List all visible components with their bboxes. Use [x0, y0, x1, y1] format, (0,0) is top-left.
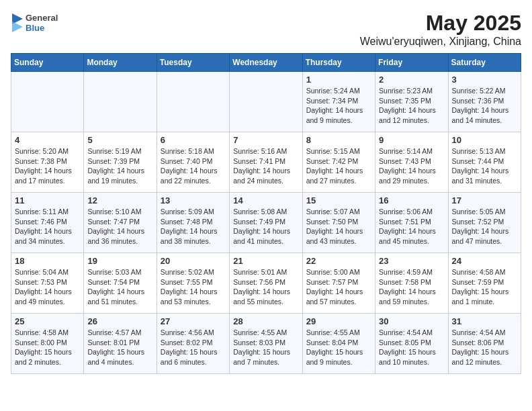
day-number: 29: [306, 316, 371, 326]
day-detail: Sunrise: 5:16 AM Sunset: 7:41 PM Dayligh…: [233, 146, 298, 186]
day-of-week-header: Saturday: [448, 54, 521, 72]
day-detail: Sunrise: 4:58 AM Sunset: 8:00 PM Dayligh…: [15, 328, 80, 367]
calendar-cell: 20Sunrise: 5:02 AM Sunset: 7:55 PM Dayli…: [157, 253, 229, 314]
day-detail: Sunrise: 5:05 AM Sunset: 7:52 PM Dayligh…: [452, 207, 517, 246]
day-number: 23: [379, 256, 444, 266]
day-of-week-header: Wednesday: [230, 54, 302, 72]
page-subtitle: Weiwu'eryuqiwen, Xinjiang, China: [360, 36, 521, 48]
logo: General Blue: [11, 11, 58, 35]
day-detail: Sunrise: 5:23 AM Sunset: 7:35 PM Dayligh…: [379, 86, 444, 126]
day-number: 14: [233, 195, 298, 205]
calendar-cell: 10Sunrise: 5:13 AM Sunset: 7:44 PM Dayli…: [448, 132, 521, 193]
calendar-table: SundayMondayTuesdayWednesdayThursdayFrid…: [11, 53, 521, 374]
calendar-cell: 29Sunrise: 4:55 AM Sunset: 8:04 PM Dayli…: [302, 314, 375, 374]
day-number: 8: [306, 135, 371, 145]
title-block: May 2025 Weiwu'eryuqiwen, Xinjiang, Chin…: [360, 11, 521, 48]
calendar-cell: 5Sunrise: 5:19 AM Sunset: 7:39 PM Daylig…: [84, 132, 157, 193]
calendar-cell: [84, 72, 157, 132]
day-detail: Sunrise: 5:09 AM Sunset: 7:48 PM Dayligh…: [161, 207, 226, 246]
day-number: 10: [452, 135, 517, 145]
day-detail: Sunrise: 5:13 AM Sunset: 7:44 PM Dayligh…: [452, 146, 517, 186]
day-number: 4: [15, 135, 80, 145]
day-number: 28: [233, 316, 298, 326]
calendar-cell: [157, 72, 229, 132]
calendar-cell: 19Sunrise: 5:03 AM Sunset: 7:54 PM Dayli…: [84, 253, 157, 314]
day-of-week-header: Thursday: [302, 54, 375, 72]
calendar-cell: 17Sunrise: 5:05 AM Sunset: 7:52 PM Dayli…: [448, 193, 521, 253]
day-of-week-header: Tuesday: [157, 54, 229, 72]
day-number: 19: [87, 256, 152, 266]
day-number: 11: [15, 195, 80, 205]
day-detail: Sunrise: 5:04 AM Sunset: 7:53 PM Dayligh…: [15, 267, 80, 307]
calendar-cell: 2Sunrise: 5:23 AM Sunset: 7:35 PM Daylig…: [375, 72, 448, 132]
calendar-cell: 28Sunrise: 4:55 AM Sunset: 8:03 PM Dayli…: [230, 314, 302, 374]
day-detail: Sunrise: 4:57 AM Sunset: 8:01 PM Dayligh…: [87, 328, 152, 367]
day-detail: Sunrise: 5:10 AM Sunset: 7:47 PM Dayligh…: [87, 207, 152, 246]
calendar-week-row: 25Sunrise: 4:58 AM Sunset: 8:00 PM Dayli…: [11, 314, 521, 374]
calendar-cell: 16Sunrise: 5:06 AM Sunset: 7:51 PM Dayli…: [375, 193, 448, 253]
day-number: 9: [379, 135, 444, 145]
calendar-cell: 13Sunrise: 5:09 AM Sunset: 7:48 PM Dayli…: [157, 193, 229, 253]
day-detail: Sunrise: 5:18 AM Sunset: 7:40 PM Dayligh…: [161, 146, 226, 186]
day-detail: Sunrise: 5:00 AM Sunset: 7:57 PM Dayligh…: [306, 267, 371, 307]
days-of-week-row: SundayMondayTuesdayWednesdayThursdayFrid…: [11, 54, 521, 72]
day-detail: Sunrise: 4:54 AM Sunset: 8:06 PM Dayligh…: [452, 328, 517, 367]
calendar-cell: 14Sunrise: 5:08 AM Sunset: 7:49 PM Dayli…: [230, 193, 302, 253]
calendar-cell: 21Sunrise: 5:01 AM Sunset: 7:56 PM Dayli…: [230, 253, 302, 314]
day-detail: Sunrise: 5:01 AM Sunset: 7:56 PM Dayligh…: [233, 267, 298, 307]
day-number: 7: [233, 135, 298, 145]
logo-general: General: [26, 13, 58, 23]
day-of-week-header: Monday: [84, 54, 157, 72]
calendar-cell: 6Sunrise: 5:18 AM Sunset: 7:40 PM Daylig…: [157, 132, 229, 193]
calendar-week-row: 1Sunrise: 5:24 AM Sunset: 7:34 PM Daylig…: [11, 72, 521, 132]
day-of-week-header: Friday: [375, 54, 448, 72]
day-detail: Sunrise: 5:14 AM Sunset: 7:43 PM Dayligh…: [379, 146, 444, 186]
day-detail: Sunrise: 5:11 AM Sunset: 7:46 PM Dayligh…: [15, 207, 80, 246]
day-detail: Sunrise: 4:58 AM Sunset: 7:59 PM Dayligh…: [452, 267, 517, 307]
day-detail: Sunrise: 4:54 AM Sunset: 8:05 PM Dayligh…: [379, 328, 444, 367]
calendar-cell: 7Sunrise: 5:16 AM Sunset: 7:41 PM Daylig…: [230, 132, 302, 193]
calendar-cell: 22Sunrise: 5:00 AM Sunset: 7:57 PM Dayli…: [302, 253, 375, 314]
day-number: 3: [452, 75, 517, 85]
calendar-cell: 3Sunrise: 5:22 AM Sunset: 7:36 PM Daylig…: [448, 72, 521, 132]
calendar-cell: 24Sunrise: 4:58 AM Sunset: 7:59 PM Dayli…: [448, 253, 521, 314]
page-header: General Blue May 2025 Weiwu'eryuqiwen, X…: [11, 11, 521, 48]
day-detail: Sunrise: 5:06 AM Sunset: 7:51 PM Dayligh…: [379, 207, 444, 246]
day-number: 12: [87, 195, 152, 205]
day-number: 15: [306, 195, 371, 205]
calendar-cell: 12Sunrise: 5:10 AM Sunset: 7:47 PM Dayli…: [84, 193, 157, 253]
day-number: 18: [15, 256, 80, 266]
calendar-body: 1Sunrise: 5:24 AM Sunset: 7:34 PM Daylig…: [11, 72, 521, 374]
calendar-cell: 31Sunrise: 4:54 AM Sunset: 8:06 PM Dayli…: [448, 314, 521, 374]
svg-marker-1: [12, 21, 23, 32]
day-number: 6: [161, 135, 226, 145]
day-number: 5: [87, 135, 152, 145]
calendar-cell: 30Sunrise: 4:54 AM Sunset: 8:05 PM Dayli…: [375, 314, 448, 374]
day-number: 30: [379, 316, 444, 326]
calendar-cell: 23Sunrise: 4:59 AM Sunset: 7:58 PM Dayli…: [375, 253, 448, 314]
logo-container: General Blue: [11, 11, 58, 35]
day-number: 27: [161, 316, 226, 326]
calendar-cell: 1Sunrise: 5:24 AM Sunset: 7:34 PM Daylig…: [302, 72, 375, 132]
day-number: 1: [306, 75, 371, 85]
day-number: 20: [161, 256, 226, 266]
day-detail: Sunrise: 5:02 AM Sunset: 7:55 PM Dayligh…: [161, 267, 226, 307]
day-detail: Sunrise: 5:08 AM Sunset: 7:49 PM Dayligh…: [233, 207, 298, 246]
calendar-week-row: 18Sunrise: 5:04 AM Sunset: 7:53 PM Dayli…: [11, 253, 521, 314]
day-of-week-header: Sunday: [11, 54, 84, 72]
day-number: 16: [379, 195, 444, 205]
day-number: 26: [87, 316, 152, 326]
calendar-cell: 8Sunrise: 5:15 AM Sunset: 7:42 PM Daylig…: [302, 132, 375, 193]
calendar-cell: 25Sunrise: 4:58 AM Sunset: 8:00 PM Dayli…: [11, 314, 84, 374]
logo-blue: Blue: [26, 23, 58, 33]
day-detail: Sunrise: 4:55 AM Sunset: 8:04 PM Dayligh…: [306, 328, 371, 367]
calendar-cell: 11Sunrise: 5:11 AM Sunset: 7:46 PM Dayli…: [11, 193, 84, 253]
logo-text: General Blue: [26, 13, 58, 33]
calendar-week-row: 11Sunrise: 5:11 AM Sunset: 7:46 PM Dayli…: [11, 193, 521, 253]
calendar-cell: [230, 72, 302, 132]
day-number: 25: [15, 316, 80, 326]
day-detail: Sunrise: 4:56 AM Sunset: 8:02 PM Dayligh…: [161, 328, 226, 367]
day-number: 13: [161, 195, 226, 205]
day-number: 24: [452, 256, 517, 266]
logo-flag-icon: [11, 11, 24, 35]
